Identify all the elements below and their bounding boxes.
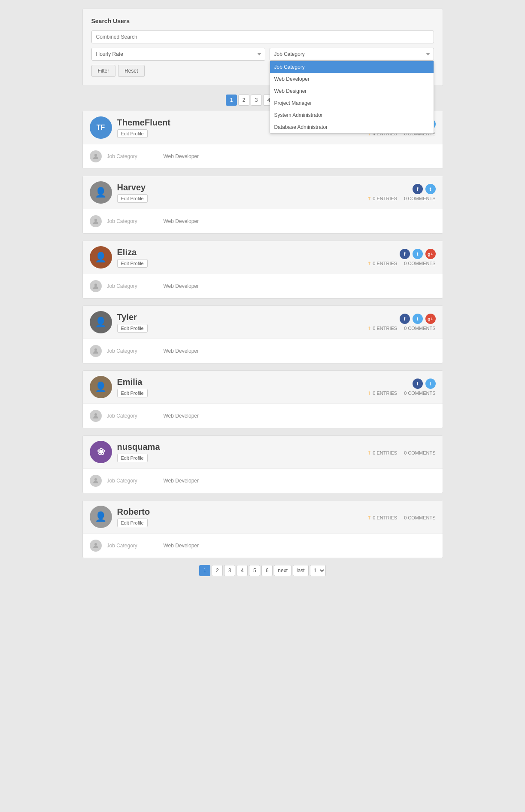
google-icon-tyler[interactable]: g+ (425, 314, 436, 324)
entries-stat-eliza: ⍑ 0 ENTRIES (368, 261, 397, 266)
entries-stat-emilia: ⍑ 0 ENTRIES (368, 391, 397, 396)
twitter-icon-eliza[interactable]: t (413, 249, 423, 259)
user-card-right-emilia: ft ⍑ 0 ENTRIES 0 COMMENTS (368, 379, 435, 396)
job-category-value-eliza: Web Developer (164, 283, 199, 289)
facebook-icon-tyler[interactable]: f (400, 314, 410, 324)
rss-icon-tyler: ⍑ (368, 326, 371, 331)
page-btn-bottom-2[interactable]: 2 (212, 565, 223, 576)
edit-profile-btn-eliza[interactable]: Edit Profile (117, 259, 148, 268)
svg-point-3 (94, 348, 97, 351)
edit-profile-btn-emilia[interactable]: Edit Profile (117, 389, 148, 397)
job-category-icon-emilia (90, 410, 102, 422)
next-page-button[interactable]: next (274, 565, 291, 576)
page-btn-bottom-6[interactable]: 6 (261, 565, 273, 576)
avatar-roberto: 👤 (90, 506, 112, 528)
user-card-body-tyler: Job Category Web Developer (83, 339, 443, 363)
page-btn-bottom-3[interactable]: 3 (224, 565, 235, 576)
job-category-value-emilia: Web Developer (164, 413, 199, 419)
job-category-label-tyler: Job Category (107, 348, 158, 354)
user-card-header-roberto: 👤 Roberto Edit Profile ⍑ 0 ENTRIES (83, 501, 443, 534)
user-card-emilia: 👤 Emilia Edit Profile ft ⍑ 0 ENTRIES (82, 370, 443, 428)
hourly-rate-select[interactable]: Hourly Rate (91, 48, 265, 61)
search-panel: Search Users Hourly Rate Job Category Jo… (82, 9, 443, 86)
dropdown-item-project_manager[interactable]: Project Manager (270, 97, 434, 109)
user-name-tyler: Tyler (117, 312, 148, 322)
user-card-body-harvey: Job Category Web Developer (83, 209, 443, 233)
edit-profile-btn-tyler[interactable]: Edit Profile (117, 324, 148, 333)
user-card-left-eliza: 👤 Eliza Edit Profile (90, 246, 148, 269)
user-info-roberto: Roberto Edit Profile (117, 507, 150, 527)
google-icon-eliza[interactable]: g+ (425, 249, 436, 259)
page-btn-top-3[interactable]: 3 (251, 95, 262, 106)
user-info-harvey: Harvey Edit Profile (117, 183, 148, 203)
dropdown-item-system_administrator[interactable]: System Administrator (270, 109, 434, 121)
user-stats-harvey: ⍑ 0 ENTRIES 0 COMMENTS (368, 196, 435, 201)
user-card-right-tyler: ftg+ ⍑ 0 ENTRIES 0 COMMENTS (368, 314, 435, 331)
user-card-right-eliza: ftg+ ⍑ 0 ENTRIES 0 COMMENTS (368, 249, 435, 266)
job-category-icon-eliza (90, 280, 102, 292)
edit-profile-btn-harvey[interactable]: Edit Profile (117, 194, 148, 203)
user-name-roberto: Roberto (117, 507, 150, 517)
facebook-icon-harvey[interactable]: f (413, 184, 423, 194)
entries-count-harvey: 0 ENTRIES (373, 196, 397, 201)
user-info-emilia: Emilia Edit Profile (117, 377, 148, 397)
user-card-body-themefluent: Job Category Web Developer (83, 144, 443, 168)
page-btn-bottom-4[interactable]: 4 (237, 565, 248, 576)
user-card-tyler: 👤 Tyler Edit Profile ftg+ ⍑ 0 ENTRIES (82, 305, 443, 363)
last-page-button[interactable]: last (293, 565, 309, 576)
job-category-dropdown: Job CategoryWeb DeveloperWeb DesignerPro… (270, 61, 434, 134)
dropdown-item-web_developer[interactable]: Web Developer (270, 73, 434, 85)
filter-row: Hourly Rate Job Category Job CategoryWeb… (91, 48, 434, 61)
page-btn-top-2[interactable]: 2 (238, 95, 249, 106)
entries-stat-nusquama: ⍑ 0 ENTRIES (368, 450, 397, 455)
combined-search-input[interactable] (91, 31, 434, 43)
pagination-bottom: 123456nextlast1 (82, 565, 443, 576)
avatar-eliza: 👤 (90, 246, 112, 269)
job-category-icon-tyler (90, 345, 102, 357)
rss-icon-harvey: ⍑ (368, 196, 371, 201)
job-category-label-emilia: Job Category (107, 413, 158, 419)
dropdown-item-web_designer[interactable]: Web Designer (270, 85, 434, 97)
comments-stat-nusquama: 0 COMMENTS (404, 450, 435, 455)
social-icons-harvey: ft (413, 184, 436, 194)
user-info-themefluent: ThemeFluent Edit Profile (117, 118, 170, 138)
user-card-left-emilia: 👤 Emilia Edit Profile (90, 376, 148, 398)
comments-count-eliza: 0 COMMENTS (404, 261, 435, 266)
user-card-header-nusquama: ❀ nusquama Edit Profile ⍑ 0 ENTRIES (83, 436, 443, 469)
user-stats-tyler: ⍑ 0 ENTRIES 0 COMMENTS (368, 326, 435, 331)
dropdown-item-database_administrator[interactable]: Database Administrator (270, 121, 434, 133)
comments-stat-roberto: 0 COMMENTS (404, 515, 435, 520)
filter-button[interactable]: Filter (91, 65, 116, 77)
go-to-page-select[interactable]: 1 (310, 565, 326, 576)
page-btn-top-1[interactable]: 1 (226, 95, 237, 106)
facebook-icon-eliza[interactable]: f (400, 249, 410, 259)
page-btn-bottom-1[interactable]: 1 (199, 565, 210, 576)
svg-point-1 (94, 219, 97, 221)
page-btn-bottom-5[interactable]: 5 (249, 565, 260, 576)
edit-profile-btn-nusquama[interactable]: Edit Profile (117, 454, 148, 462)
avatar-tyler: 👤 (90, 311, 112, 333)
avatar-nusquama: ❀ (90, 441, 112, 463)
job-category-select[interactable]: Job Category (270, 48, 434, 61)
edit-profile-btn-themefluent[interactable]: Edit Profile (117, 129, 148, 138)
user-stats-eliza: ⍑ 0 ENTRIES 0 COMMENTS (368, 261, 435, 266)
twitter-icon-harvey[interactable]: t (425, 184, 436, 194)
edit-profile-btn-roberto[interactable]: Edit Profile (117, 519, 148, 527)
entries-count-tyler: 0 ENTRIES (373, 326, 397, 331)
user-stats-nusquama: ⍑ 0 ENTRIES 0 COMMENTS (368, 450, 435, 455)
avatar-themefluent: TF (90, 116, 112, 139)
twitter-icon-emilia[interactable]: t (425, 379, 436, 389)
reset-button[interactable]: Reset (118, 65, 144, 77)
user-card-left-tyler: 👤 Tyler Edit Profile (90, 311, 148, 333)
facebook-icon-emilia[interactable]: f (413, 379, 423, 389)
user-card-header-eliza: 👤 Eliza Edit Profile ftg+ ⍑ 0 ENTRIES (83, 241, 443, 274)
user-name-harvey: Harvey (117, 183, 148, 192)
job-category-icon-roberto (90, 540, 102, 552)
user-stats-roberto: ⍑ 0 ENTRIES 0 COMMENTS (368, 515, 435, 520)
user-card-right-roberto: ⍑ 0 ENTRIES 0 COMMENTS (368, 513, 435, 520)
dropdown-item-job_category[interactable]: Job Category (270, 61, 434, 73)
user-name-eliza: Eliza (117, 247, 148, 257)
user-card-body-roberto: Job Category Web Developer (83, 534, 443, 558)
twitter-icon-tyler[interactable]: t (413, 314, 423, 324)
job-category-label-harvey: Job Category (107, 218, 158, 224)
